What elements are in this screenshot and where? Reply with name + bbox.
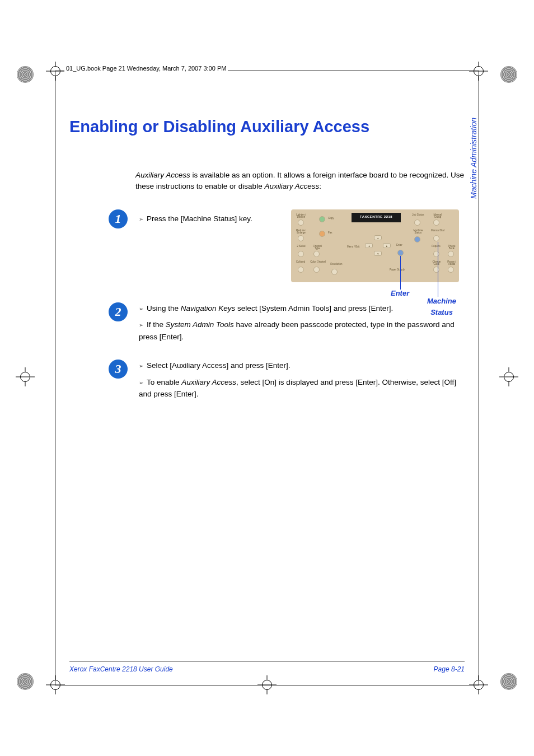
panel-label: Reduce / Enlarge bbox=[294, 230, 308, 235]
step-3: 3 ➢Select [Auxiliary Access] and press [… bbox=[69, 360, 465, 405]
intro-emphasis: Auxiliary Access bbox=[264, 182, 319, 190]
running-header: 01_UG.book Page 21 Wednesday, March 7, 2… bbox=[64, 65, 228, 72]
frame-line bbox=[55, 71, 55, 685]
panel-button bbox=[433, 220, 439, 226]
step-2: 2 ➢Using the Navigation Keys select [Sys… bbox=[69, 302, 465, 348]
panel-label: Resolution bbox=[328, 263, 345, 266]
page-content: Enabling or Disabling Auxiliary Access A… bbox=[69, 118, 465, 661]
callout-line bbox=[400, 256, 401, 290]
registration-mark bbox=[500, 66, 517, 83]
footer-page-number: Page 8-21 bbox=[434, 665, 465, 673]
panel-label: Copy bbox=[328, 217, 334, 220]
frame-line bbox=[55, 685, 479, 685]
panel-button bbox=[298, 267, 304, 273]
panel-button bbox=[331, 269, 338, 275]
bullet-arrow-icon: ➢ bbox=[139, 305, 144, 314]
step-bullet: ➢To enable Auxiliary Access, select [On]… bbox=[139, 376, 465, 400]
panel-label: Lighten / Darken bbox=[294, 214, 308, 220]
crop-mark bbox=[46, 62, 65, 81]
panel-button bbox=[298, 220, 304, 226]
panel-button-fax bbox=[319, 231, 325, 237]
registration-mark bbox=[500, 673, 517, 690]
registration-mark bbox=[17, 673, 34, 690]
nav-up-button: ▴ bbox=[374, 235, 382, 240]
step-bullet: ➢If the System Admin Tools have already … bbox=[139, 319, 465, 343]
step-number-badge: 1 bbox=[109, 209, 128, 228]
panel-button bbox=[433, 251, 439, 257]
nav-right-button: ▸ bbox=[383, 243, 391, 248]
step-text: Select [Auxiliary Access] and press [Ent… bbox=[147, 361, 291, 370]
step-text: Using the bbox=[147, 304, 181, 312]
navigation-pad: ▴ ◂ ▸ ▾ bbox=[364, 235, 392, 258]
step-text: To enable bbox=[147, 378, 181, 386]
step-number-badge: 3 bbox=[109, 360, 128, 379]
panel-label: Fax bbox=[328, 232, 332, 235]
step-text: select [System Admin Tools] and press [E… bbox=[235, 304, 393, 312]
bullet-arrow-icon: ➢ bbox=[139, 362, 144, 371]
panel-button-copy bbox=[319, 216, 325, 222]
panel-label: Job Status bbox=[412, 214, 424, 217]
panel-label: Machine Status bbox=[411, 230, 425, 235]
panel-label: Menu / Exit bbox=[347, 246, 360, 249]
control-panel-figure: FAXCENTRE 2218 Lighten / Darken Reduce /… bbox=[291, 209, 465, 286]
panel-label: Color Original bbox=[310, 261, 326, 264]
footer-guide-title: Xerox FaxCentre 2218 User Guide bbox=[69, 665, 173, 673]
step-bullet: ➢Using the Navigation Keys select [Syste… bbox=[139, 302, 465, 315]
nav-left-button: ◂ bbox=[365, 243, 373, 248]
intro-paragraph: Auxiliary Access is available as an opti… bbox=[135, 170, 465, 193]
step-1: 1 ➢Press the [Machine Status] key. FAXCE… bbox=[69, 209, 465, 286]
panel-label: Reports bbox=[430, 245, 442, 248]
panel-button bbox=[448, 251, 454, 257]
panel-enter-button bbox=[397, 250, 404, 256]
bullet-arrow-icon: ➢ bbox=[139, 321, 144, 330]
panel-label: Phone Book bbox=[446, 245, 458, 251]
callout-line bbox=[438, 242, 438, 297]
page-title: Enabling or Disabling Auxiliary Access bbox=[69, 118, 465, 136]
crop-mark bbox=[16, 367, 35, 386]
step-number-badge: 2 bbox=[109, 302, 128, 321]
step-emphasis: System Admin Tools bbox=[166, 320, 234, 329]
panel-label: Manual Dial bbox=[431, 230, 444, 232]
panel-label: Enter bbox=[396, 244, 402, 247]
step-bullet: ➢Select [Auxiliary Access] and press [En… bbox=[139, 360, 465, 372]
step-emphasis: Navigation Keys bbox=[181, 304, 236, 312]
crop-mark bbox=[499, 367, 518, 386]
registration-mark bbox=[17, 66, 34, 83]
panel-button bbox=[414, 220, 420, 226]
step-emphasis: Auxiliary Access bbox=[181, 378, 236, 386]
callout-machine-status: Machine Status bbox=[422, 296, 461, 319]
step-text: If the bbox=[147, 320, 166, 329]
panel-button bbox=[433, 267, 439, 273]
panel-label: Collated bbox=[293, 261, 308, 264]
intro-emphasis: Auxiliary Access bbox=[135, 171, 190, 179]
panel-label: Manual Group bbox=[431, 214, 444, 220]
panel-machine-status-button bbox=[414, 236, 420, 242]
step-bullet: ➢Press the [Machine Status] key. bbox=[139, 213, 280, 225]
callout-enter: Enter bbox=[391, 288, 409, 300]
panel-label: Paper Supply bbox=[390, 269, 405, 272]
nav-down-button: ▾ bbox=[374, 251, 382, 256]
panel-button bbox=[298, 235, 304, 241]
intro-text: : bbox=[319, 182, 321, 190]
frame-line bbox=[479, 71, 479, 685]
panel-label: 2 Sided bbox=[294, 245, 308, 248]
panel-label: Charge Code bbox=[430, 261, 443, 267]
panel-button bbox=[298, 251, 304, 257]
panel-screen: FAXCENTRE 2218 bbox=[352, 213, 401, 222]
page-footer: Xerox FaxCentre 2218 User Guide Page 8-2… bbox=[69, 661, 465, 673]
panel-button bbox=[448, 267, 454, 273]
panel-label: Pause / Redial bbox=[446, 261, 458, 267]
panel-button bbox=[433, 235, 439, 241]
bullet-arrow-icon: ➢ bbox=[139, 379, 144, 388]
panel-button bbox=[313, 251, 320, 257]
control-panel-image: FAXCENTRE 2218 Lighten / Darken Reduce /… bbox=[291, 209, 459, 282]
bullet-arrow-icon: ➢ bbox=[139, 215, 144, 224]
panel-button bbox=[313, 267, 320, 273]
panel-label: Original Type bbox=[310, 245, 325, 251]
chapter-tab: Machine Administration bbox=[469, 118, 478, 199]
step-text: Press the [Machine Status] key. bbox=[147, 214, 252, 223]
